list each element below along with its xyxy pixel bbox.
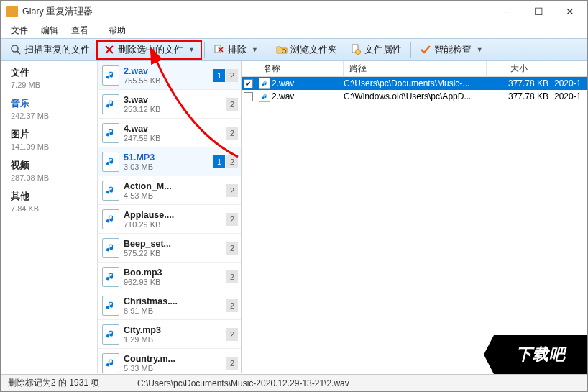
chevron-down-icon[interactable]: ▼ — [477, 46, 483, 53]
sidebar-category[interactable]: 文件7.29 MB — [1, 64, 97, 95]
statusbar: 删除标记为2 的 1931 项 C:\Users\pc\Documents\Mu… — [1, 374, 587, 391]
menu-help[interactable]: 帮助 — [103, 23, 132, 38]
chevron-down-icon[interactable]: ▼ — [252, 46, 258, 53]
status-text: 删除标记为2 的 1931 项 — [1, 377, 130, 389]
scan-button[interactable]: 扫描重复的文件 — [4, 41, 96, 59]
row-path: C:\Windows.old\Users\pc\AppD... — [341, 91, 487, 101]
file-name: City.mp3 — [124, 325, 226, 335]
music-file-icon — [102, 238, 119, 258]
menu-edit[interactable]: 编辑 — [35, 23, 64, 38]
delete-selected-button[interactable]: 删除选中的文件 ▼ — [96, 40, 202, 60]
category-name: 文件 — [11, 67, 90, 79]
category-size: 7.84 KB — [11, 204, 90, 213]
file-group-item[interactable]: 2.wav755.55 KB12 — [98, 61, 241, 90]
sidebar-category[interactable]: 视频287.08 MB — [1, 157, 97, 188]
badge-2[interactable]: 2 — [226, 184, 238, 197]
separator — [204, 42, 205, 58]
header-date[interactable] — [551, 61, 587, 76]
header-checkbox-col[interactable] — [242, 61, 257, 76]
music-file-icon — [102, 65, 119, 86]
browse-button[interactable]: 浏览文件夹 — [270, 41, 344, 59]
badge-2[interactable]: 2 — [226, 242, 238, 255]
header-name[interactable]: 名称 — [257, 61, 344, 76]
detail-header: 名称 路径 大小 — [242, 61, 587, 77]
search-icon — [10, 44, 22, 55]
music-file-icon — [102, 181, 119, 201]
exclude-label: 排除 — [228, 44, 247, 56]
badge-2[interactable]: 2 — [226, 127, 238, 140]
detail-row[interactable]: 2.wav C:\Windows.old\Users\pc\AppD... 37… — [242, 90, 587, 103]
scan-label: 扫描重复的文件 — [24, 44, 90, 56]
row-checkbox[interactable]: ✔ — [244, 79, 253, 88]
app-icon — [6, 6, 18, 17]
header-size[interactable]: 大小 — [487, 61, 551, 76]
file-group-list[interactable]: 2.wav755.55 KB123.wav253.12 KB24.wav247.… — [98, 61, 242, 373]
separator — [410, 42, 411, 58]
file-size: 253.12 KB — [124, 105, 226, 114]
file-name: 51.MP3 — [124, 152, 213, 163]
badge-2[interactable]: 2 — [226, 213, 238, 226]
svg-point-9 — [355, 50, 360, 55]
badge-2[interactable]: 2 — [226, 328, 238, 341]
file-name: Action_M... — [124, 181, 226, 191]
badge-2[interactable]: 2 — [226, 155, 238, 168]
browse-label: 浏览文件夹 — [290, 44, 337, 56]
exclude-button[interactable]: 排除 ▼ — [207, 41, 265, 59]
menu-view[interactable]: 查看 — [65, 23, 94, 38]
sidebar-category[interactable]: 其他7.84 KB — [1, 188, 97, 219]
folder-search-icon — [276, 44, 288, 55]
file-name: 2.wav — [124, 66, 213, 76]
sidebar-category[interactable]: 图片141.09 MB — [1, 126, 97, 157]
file-group-item[interactable]: City.mp31.29 MB2 — [98, 320, 241, 349]
badge-1[interactable]: 1 — [213, 69, 225, 82]
menu-file[interactable]: 文件 — [5, 23, 34, 38]
music-file-icon — [102, 353, 119, 373]
file-group-item[interactable]: Country.m...5.33 MB2 — [98, 349, 241, 373]
badge-2[interactable]: 2 — [226, 69, 238, 82]
properties-icon — [350, 44, 362, 55]
row-size: 377.78 KB — [487, 78, 551, 88]
row-path: C:\Users\pc\Documents\Music-... — [341, 78, 487, 88]
detail-row[interactable]: ✔ 2.wav C:\Users\pc\Documents\Music-... … — [242, 77, 587, 90]
badge-2[interactable]: 2 — [226, 270, 238, 283]
sidebar-category[interactable]: 音乐242.37 MB — [1, 95, 97, 126]
smart-check-label: 智能检查 — [434, 44, 472, 56]
badge-1[interactable]: 1 — [213, 155, 225, 168]
row-date: 2020-1 — [551, 91, 587, 101]
row-checkbox[interactable] — [244, 92, 253, 101]
properties-button[interactable]: 文件属性 — [344, 41, 408, 59]
menubar: 文件 编辑 查看 帮助 — [1, 22, 587, 38]
file-size: 4.53 MB — [124, 191, 226, 200]
file-name: Beep_set... — [124, 239, 226, 249]
file-size: 710.29 KB — [124, 220, 226, 229]
chevron-down-icon[interactable]: ▼ — [188, 46, 195, 53]
category-name: 视频 — [11, 160, 90, 172]
file-group-item[interactable]: 3.wav253.12 KB2 — [98, 90, 241, 119]
watermark: 下载吧 — [494, 335, 587, 374]
badge-2[interactable]: 2 — [226, 98, 238, 111]
minimize-button[interactable]: ─ — [491, 1, 523, 22]
badge-2[interactable]: 2 — [226, 299, 238, 312]
file-group-item[interactable]: 51.MP33.03 MB12 — [98, 147, 241, 176]
file-group-item[interactable]: Christmas....8.91 MB2 — [98, 291, 241, 320]
file-group-item[interactable]: Boo.mp3962.93 KB2 — [98, 263, 241, 291]
header-path[interactable]: 路径 — [344, 61, 487, 76]
file-group-item[interactable]: Applause....710.29 KB2 — [98, 205, 241, 234]
status-path: C:\Users\pc\Documents\Music-2020.12.29-1… — [130, 378, 587, 388]
file-name: 3.wav — [124, 95, 226, 105]
music-file-icon — [102, 123, 119, 143]
smart-check-button[interactable]: 智能检查 ▼ — [413, 41, 490, 59]
file-name: Christmas.... — [124, 296, 226, 306]
close-button[interactable]: ✕ — [554, 1, 586, 22]
maximize-button[interactable]: ☐ — [523, 1, 554, 22]
file-name: Country.m... — [124, 354, 226, 364]
music-file-icon — [102, 324, 119, 345]
music-file-icon — [102, 152, 119, 172]
file-group-item[interactable]: Action_M...4.53 MB2 — [98, 176, 241, 205]
exclude-icon — [213, 44, 225, 55]
main-area: 文件7.29 MB音乐242.37 MB图片141.09 MB视频287.08 … — [1, 61, 587, 373]
badge-2[interactable]: 2 — [226, 357, 238, 370]
svg-point-0 — [12, 45, 18, 52]
file-group-item[interactable]: 4.wav247.59 KB2 — [98, 119, 241, 147]
file-group-item[interactable]: Beep_set...575.22 KB2 — [98, 234, 241, 263]
